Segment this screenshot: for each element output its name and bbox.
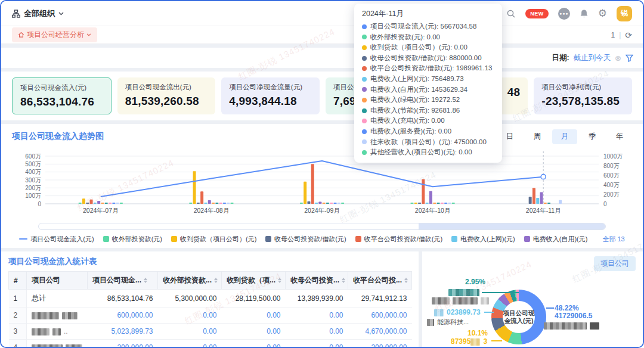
tooltip-row: 收到贷款（项目公司）(元): 0.00 bbox=[362, 42, 494, 53]
period-tab-周[interactable]: 周 bbox=[525, 129, 550, 144]
value-cell: 13,389,939.00 bbox=[286, 290, 348, 307]
kpi-card-net-profit[interactable]: 项目公司净利润(元) -23,578,135.85 bbox=[534, 77, 632, 114]
legend-item[interactable]: 收平台公司投资款/借款(元) bbox=[355, 235, 442, 244]
tab-project-analysis[interactable]: 项目公司经营分析 bbox=[12, 27, 97, 42]
trend-chart-title: 项目公司现金流入趋势图 bbox=[12, 131, 104, 142]
legend-item[interactable]: 项目公司现金流入(元) bbox=[19, 235, 94, 244]
org-selector[interactable]: 全部组织 bbox=[12, 8, 64, 19]
legend-item[interactable]: 收外部投资款(元) bbox=[103, 235, 162, 244]
table-row[interactable]: 4...200,000.000.000.000.00200,000.00 bbox=[9, 340, 412, 348]
donut-callout-blue-percent: 48.22% bbox=[555, 304, 579, 312]
kpi-row: 项目公司现金流入(元) 86,533,104.76 项目公司现金流出(元) 81… bbox=[1, 72, 643, 120]
value-cell: 200,000.00 bbox=[348, 340, 412, 348]
company-cell: .. bbox=[27, 324, 88, 340]
legend-item[interactable]: 电费收入(上网)(元) bbox=[451, 235, 515, 244]
donut-connector-teal bbox=[482, 292, 519, 293]
legend-label: 电费收入(自用)(元) bbox=[533, 235, 588, 244]
sort-carets-icon[interactable] bbox=[144, 278, 147, 283]
donut-callout-yellow-percent: 10.1% bbox=[467, 329, 488, 337]
tab-label: 项目公司经营分析 bbox=[27, 30, 84, 40]
top-bar: 全部组织 案中心 NEW ●●● ⚙ 锐 bbox=[1, 1, 643, 26]
legend-label: 收母公司投资款/借款(元) bbox=[274, 235, 346, 244]
sort-carets-icon[interactable] bbox=[278, 278, 281, 283]
period-tab-月[interactable]: 月 bbox=[552, 129, 577, 144]
table-row[interactable]: 3..5,023,899.730.000.000.004,670,000.00 bbox=[9, 324, 412, 340]
donut-callout-lightblue-value: 023899.73 bbox=[434, 308, 481, 316]
tooltip-row-text: 电费收入(充电)(元): 0.00 bbox=[370, 116, 445, 126]
settings-gear-icon[interactable]: ⚙ bbox=[598, 8, 607, 18]
value-cell: 0.00 bbox=[158, 307, 222, 324]
datazoom-slider[interactable] bbox=[38, 223, 606, 230]
table-header-5[interactable]: 收母公司投资... bbox=[286, 272, 348, 290]
svg-text:600万: 600万 bbox=[25, 153, 41, 160]
value-cell: 4,670,000.00 bbox=[348, 324, 412, 340]
donut-callout-redacted-name-1 bbox=[432, 297, 492, 304]
table-row[interactable]: 1总计86,533,104.765,300,000.0028,119,500.0… bbox=[9, 290, 412, 307]
company-cell: ... bbox=[27, 340, 88, 348]
legend-item[interactable]: 收到贷款（项目公司）(元) bbox=[171, 235, 256, 244]
trend-combo-chart[interactable]: 600万500万400万300万200万100万01000万800万600万40… bbox=[12, 144, 632, 219]
value-cell: 28,119,500.00 bbox=[222, 290, 286, 307]
donut-center-line1: 项目公司现 bbox=[503, 309, 535, 317]
tooltip-row-text: 其他经营收入(项目公司)(元): 0.00 bbox=[370, 147, 472, 158]
legend-show-all-link[interactable]: 全部 13 bbox=[602, 235, 624, 244]
clear-filter-icon[interactable]: ⊗ bbox=[615, 54, 621, 63]
avatar[interactable]: 锐 bbox=[617, 6, 632, 21]
table-header-4[interactable]: 收到贷款（项... bbox=[222, 272, 286, 290]
legend-item[interactable]: 电费收入(自用)(元) bbox=[524, 235, 588, 244]
row-index: 1 bbox=[9, 290, 27, 307]
svg-text:2024年-11月: 2024年-11月 bbox=[526, 207, 561, 214]
svg-text:2024年-09月: 2024年-09月 bbox=[304, 207, 340, 214]
row-index: 4 bbox=[9, 340, 27, 348]
sort-carets-icon[interactable] bbox=[404, 278, 408, 283]
tooltip-row-text: 电费收入(绿电)(元): 19272.52 bbox=[370, 95, 460, 105]
table-header-2[interactable]: 项目公司现金... bbox=[88, 272, 158, 290]
sort-carets-icon[interactable] bbox=[214, 278, 218, 283]
filter-funnel-icon[interactable] bbox=[626, 54, 633, 62]
kpi-card-cash-inflow[interactable]: 项目公司现金流入(元) 86,533,104.76 bbox=[12, 77, 112, 114]
value-cell: 200,000.00 bbox=[88, 340, 158, 348]
donut-center-line2: 金流入(元) bbox=[504, 317, 534, 325]
sort-carets-icon[interactable] bbox=[342, 278, 345, 283]
tooltip-row: 电费收入(自用)(元): 1453629.34 bbox=[362, 85, 494, 95]
period-tab-年[interactable]: 年 bbox=[607, 129, 632, 144]
messages-icon[interactable]: ●●● bbox=[558, 8, 570, 20]
search-icon[interactable] bbox=[506, 9, 516, 18]
legend-swatch bbox=[19, 238, 27, 240]
pager: 1 | ⟳ bbox=[611, 30, 632, 40]
table-header-3[interactable]: 收外部投资款... bbox=[158, 272, 222, 290]
home-icon bbox=[18, 32, 24, 38]
kpi-card-cash-outflow[interactable]: 项目公司现金流出(元) 81,539,260.58 bbox=[117, 77, 216, 114]
tooltip-row-text: 收外部投资款(元): 0.00 bbox=[370, 32, 440, 43]
series-color-dot bbox=[362, 45, 367, 50]
period-tab-季[interactable]: 季 bbox=[580, 129, 605, 144]
series-color-dot bbox=[362, 98, 367, 102]
tooltip-row: 电费收入(上网)(元): 756489.73 bbox=[362, 74, 494, 85]
legend-item[interactable]: 收母公司投资款/借款(元) bbox=[265, 235, 346, 244]
notifications-bell-icon[interactable] bbox=[580, 9, 589, 18]
table-row[interactable]: 2600,000.000.000.000.00600,000.00 bbox=[9, 307, 412, 324]
value-cell: 0.00 bbox=[286, 307, 348, 324]
value-cell: 5,023,899.73 bbox=[88, 324, 158, 340]
legend-swatch bbox=[451, 236, 457, 242]
donut-dimension-tag[interactable]: 项目公司 bbox=[594, 256, 636, 271]
tab-bar: 项目公司经营分析 1 | ⟳ bbox=[1, 26, 643, 44]
series-color-dot bbox=[362, 66, 367, 71]
series-color-dot bbox=[362, 119, 367, 123]
value-cell: 86,533,104.76 bbox=[88, 290, 158, 307]
kpi-label: 项目公司现金流入(元) bbox=[20, 83, 103, 92]
date-filter-value[interactable]: 截止到今天 bbox=[574, 53, 611, 63]
svg-text:600万: 600万 bbox=[603, 172, 620, 179]
tooltip-row: 收母公司投资款/借款(元): 880000.00 bbox=[362, 53, 494, 64]
refresh-icon[interactable]: ⟳ bbox=[625, 30, 632, 40]
datazoom-selected-range[interactable] bbox=[419, 223, 606, 229]
filter-bar: 日期: 截止到今天 ⊗ bbox=[1, 48, 643, 68]
table-header-6[interactable]: 收平台公司投... bbox=[348, 272, 412, 290]
cash-inflow-table-panel: 项目公司现金流入统计表 #项目公司项目公司现金...收外部投资款...收到贷款（… bbox=[1, 251, 419, 348]
svg-text:200万: 200万 bbox=[25, 185, 41, 191]
kpi-card-net-cashflow[interactable]: 项目公司净现金流量(元) 4,993,844.18 bbox=[221, 77, 320, 114]
svg-text:0: 0 bbox=[603, 201, 607, 207]
svg-text:2024年-07月: 2024年-07月 bbox=[83, 207, 119, 214]
svg-text:2024年-10月: 2024年-10月 bbox=[415, 207, 451, 214]
company-cell bbox=[27, 307, 88, 324]
